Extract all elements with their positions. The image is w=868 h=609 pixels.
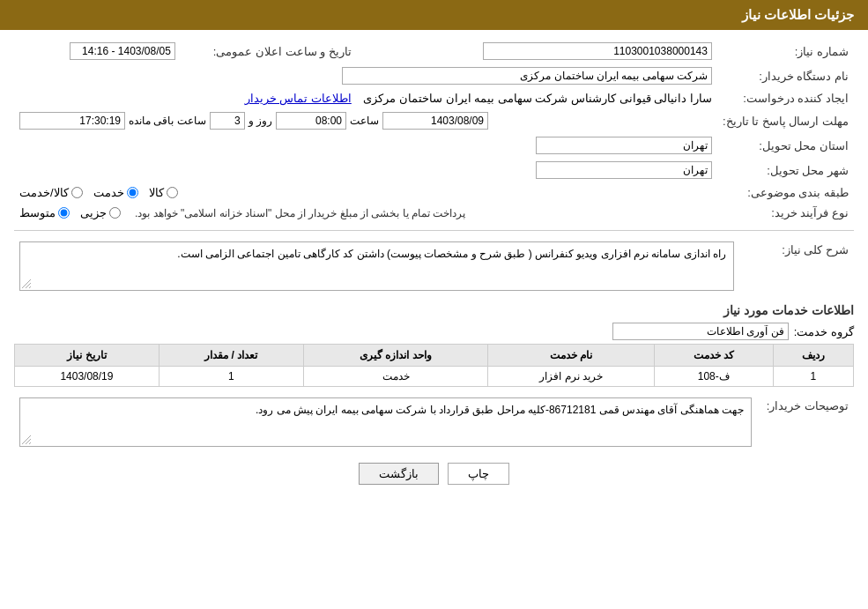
page-header: جزئیات اطلاعات نیاز (0, 0, 868, 30)
services-section-title: اطلاعات خدمات مورد نیاز (14, 303, 854, 317)
page-wrapper: جزئیات اطلاعات نیاز شماره نیاز: تاریخ و … (0, 0, 868, 609)
category-label: طبقه بندی موضوعی: (717, 182, 854, 203)
table-row: شهر محل تحویل: (14, 158, 854, 182)
deadline-date-input[interactable] (382, 112, 488, 130)
col-code: کد خدمت (654, 345, 773, 367)
divider-1 (14, 230, 854, 231)
col-quantity: تعداد / مقدار (159, 345, 303, 367)
table-row: نام دستگاه خریدار: (14, 63, 854, 88)
buyer-notes-value: جهت هماهنگی آقای مهندس قمی 86712181-کلیه… (14, 394, 757, 450)
deadline-time-input[interactable] (276, 112, 346, 130)
requester-org-input[interactable] (342, 67, 712, 85)
col-date: تاریخ نیاز (15, 345, 160, 367)
buyer-notes-label: توصیحات خریدار: (757, 394, 854, 450)
category-option-kala-khadamat[interactable]: کالا/خدمت (19, 186, 83, 199)
announce-label: تاریخ و ساعت اعلان عمومی: (181, 39, 357, 63)
print-button[interactable]: چاپ (448, 463, 509, 485)
service-group-row: گروه خدمت: (14, 323, 854, 340)
services-table-body: 1ف-108خرید نرم افزارخدمت11403/08/19 (15, 367, 854, 387)
back-button[interactable]: بازگشت (359, 463, 439, 485)
deadline-label: مهلت ارسال پاسخ تا تاریخ: (717, 108, 854, 133)
deadline-days-input[interactable] (210, 112, 245, 130)
col-row: ردیف (773, 345, 853, 367)
purchase-type-label-mutavasit: متوسط (19, 206, 56, 219)
services-table: ردیف کد خدمت نام خدمت واحد اندازه گیری ت… (14, 344, 854, 387)
requester-org-label: نام دستگاه خریدار: (717, 63, 854, 88)
purchase-type-option-jozee[interactable]: جزیی (80, 206, 121, 219)
col-name: نام خدمت (488, 345, 655, 367)
svg-line-5 (29, 442, 31, 444)
description-table: شرح کلی نیاز: راه اندازی سامانه نرم افزا… (14, 238, 854, 294)
purchase-type-radio-jozee[interactable] (109, 207, 121, 219)
deadline-remaining-input[interactable] (19, 112, 125, 130)
purchase-type-label-jozee: جزیی (80, 206, 107, 219)
svg-line-2 (29, 286, 31, 288)
order-number-label: شماره نیاز: (717, 39, 854, 63)
contact-info-link[interactable]: اطلاعات تماس خریدار (245, 92, 352, 105)
order-number-input[interactable] (483, 42, 712, 60)
purchase-type-option-mutavasit[interactable]: متوسط (19, 206, 70, 219)
order-number-value (375, 39, 717, 63)
cell-name: خرید نرم افزار (488, 367, 655, 387)
city-value (14, 158, 717, 182)
province-value (14, 133, 717, 158)
deadline-days-label: روز و (249, 115, 272, 127)
buttons-row: چاپ بازگشت (14, 463, 854, 485)
table-row: 1ف-108خرید نرم افزارخدمت11403/08/19 (15, 367, 854, 387)
deadline-row: ساعت باقی مانده روز و ساعت (14, 108, 717, 133)
main-content: شماره نیاز: تاریخ و ساعت اعلان عمومی: نا… (0, 30, 868, 506)
description-label: شرح کلی نیاز: (739, 238, 854, 294)
category-label-kala: کالا (149, 186, 164, 199)
table-row: استان محل تحویل: (14, 133, 854, 158)
category-radio-kala[interactable] (167, 187, 178, 198)
table-row: ایجاد کننده درخواست: سارا دانیالی قیوانی… (14, 88, 854, 108)
creator-value: سارا دانیالی قیوانی کارشناس شرکت سهامی ب… (14, 88, 717, 108)
description-box: راه اندازی سامانه نرم افزاری ویدیو کنفرا… (19, 241, 734, 291)
resize-icon (22, 279, 31, 288)
category-options: کالا/خدمت خدمت کالا (14, 182, 717, 203)
category-option-khadamat[interactable]: خدمت (93, 186, 138, 199)
table-row: توصیحات خریدار: جهت هماهنگی آقای مهندس ق… (14, 394, 854, 450)
purchase-type-label: نوع فرآیند خرید: (717, 203, 854, 223)
buyer-notes-text: جهت هماهنگی آقای مهندس قمی 86712181-کلیه… (256, 404, 744, 416)
announce-value (14, 39, 181, 63)
service-group-label: گروه خدمت: (794, 325, 854, 338)
category-label-kala-khadamat: کالا/خدمت (19, 186, 69, 199)
service-group-input[interactable] (612, 323, 789, 340)
creator-text: سارا دانیالی قیوانی کارشناس شرکت سهامی ب… (363, 92, 712, 105)
header-row: ردیف کد خدمت نام خدمت واحد اندازه گیری ت… (15, 345, 854, 367)
requester-org-value (14, 63, 717, 88)
deadline-time-label: ساعت (350, 115, 379, 127)
table-row: طبقه بندی موضوعی: کالا/خدمت خدمت (14, 182, 854, 203)
deadline-remaining-label: ساعت باقی مانده (129, 115, 206, 127)
category-radio-khadamat[interactable] (127, 187, 138, 198)
cell-unit: خدمت (303, 367, 488, 387)
buyer-notes-box: جهت هماهنگی آقای مهندس قمی 86712181-کلیه… (19, 397, 752, 447)
buyer-notes-table: توصیحات خریدار: جهت هماهنگی آقای مهندس ق… (14, 394, 854, 450)
purchase-type-note: پرداخت تمام یا بخشی از مبلغ خریدار از مح… (135, 207, 465, 219)
city-label: شهر محل تحویل: (717, 158, 854, 182)
page-title: جزئیات اطلاعات نیاز (742, 7, 854, 22)
purchase-type-row: متوسط جزیی پرداخت تمام یا بخشی از مبلغ خ… (14, 203, 717, 223)
city-input[interactable] (536, 161, 712, 179)
table-row: نوع فرآیند خرید: متوسط جزیی (14, 203, 854, 223)
table-row: شرح کلی نیاز: راه اندازی سامانه نرم افزا… (14, 238, 854, 294)
province-input[interactable] (536, 137, 712, 154)
cell-quantity: 1 (159, 367, 303, 387)
description-text: راه اندازی سامانه نرم افزاری ویدیو کنفرا… (177, 248, 726, 260)
resize-icon-2 (22, 435, 31, 444)
category-option-kala[interactable]: کالا (149, 186, 178, 199)
purchase-type-radio-mutavasit[interactable] (58, 207, 70, 219)
category-radio-kala-khadamat[interactable] (71, 187, 83, 198)
category-label-khadamat: خدمت (93, 186, 124, 199)
cell-date: 1403/08/19 (15, 367, 160, 387)
table-row: شماره نیاز: تاریخ و ساعت اعلان عمومی: (14, 39, 854, 63)
description-value: راه اندازی سامانه نرم افزاری ویدیو کنفرا… (14, 238, 739, 294)
creator-label: ایجاد کننده درخواست: (717, 88, 854, 108)
announce-input[interactable] (70, 42, 175, 60)
services-table-header: ردیف کد خدمت نام خدمت واحد اندازه گیری ت… (15, 345, 854, 367)
cell-code: ف-108 (654, 367, 773, 387)
info-table: شماره نیاز: تاریخ و ساعت اعلان عمومی: نا… (14, 39, 854, 223)
cell-row: 1 (773, 367, 853, 387)
province-label: استان محل تحویل: (717, 133, 854, 158)
